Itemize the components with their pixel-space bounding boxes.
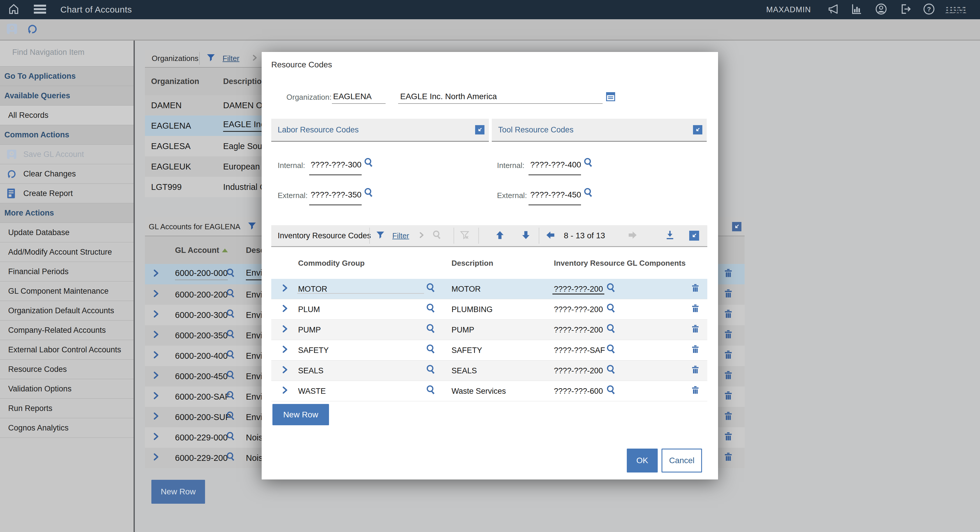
select-value-icon[interactable] xyxy=(606,282,617,295)
select-value-icon[interactable] xyxy=(426,344,437,357)
sidebar-item-resource-codes[interactable]: Resource Codes xyxy=(0,360,134,379)
clear-changes-icon[interactable] xyxy=(25,22,38,37)
sidebar-header-go-to-applications[interactable]: Go To Applications xyxy=(0,67,134,86)
sidebar-header-available-queries[interactable]: Available Queries xyxy=(0,86,134,105)
select-value-icon[interactable] xyxy=(426,323,437,336)
row-expand-icon[interactable] xyxy=(153,453,159,463)
column-header-description[interactable]: Description xyxy=(223,77,267,86)
row-expand-icon[interactable] xyxy=(153,413,159,422)
row-expand-icon[interactable] xyxy=(153,392,159,401)
delete-row-icon[interactable] xyxy=(690,304,700,315)
delete-row-icon[interactable] xyxy=(723,411,733,423)
select-value-icon[interactable] xyxy=(226,350,236,362)
select-value-icon[interactable] xyxy=(426,303,437,316)
row-expand-icon[interactable] xyxy=(282,386,288,396)
sort-ascending-icon[interactable] xyxy=(221,245,228,255)
select-value-icon[interactable] xyxy=(606,384,617,398)
row-expand-icon[interactable] xyxy=(153,311,159,320)
select-value-icon[interactable] xyxy=(226,370,236,383)
delete-row-icon[interactable] xyxy=(723,452,733,464)
select-value-icon[interactable] xyxy=(426,364,437,377)
profile-icon[interactable] xyxy=(875,3,887,16)
labor-external-value[interactable]: ????-???-350 xyxy=(310,190,361,199)
gl-new-row-button[interactable]: New Row xyxy=(151,480,205,504)
minimize-section-icon[interactable] xyxy=(693,125,702,134)
long-description-icon[interactable] xyxy=(606,92,615,102)
organizations-filter-link[interactable]: Filter xyxy=(223,54,239,63)
sidebar-item-all-records[interactable]: All Records xyxy=(0,105,134,125)
column-header-commodity-group[interactable]: Commodity Group xyxy=(298,258,364,268)
sidebar-item-external-labor-control-accounts[interactable]: External Labor Control Accounts xyxy=(0,340,134,360)
row-expand-icon[interactable] xyxy=(282,366,288,375)
download-icon[interactable] xyxy=(665,230,675,242)
inventory-row[interactable]: SEALS SEALS ????-???-200 xyxy=(271,360,707,381)
delete-row-icon[interactable] xyxy=(690,385,700,397)
delete-row-icon[interactable] xyxy=(723,350,733,362)
row-expand-icon[interactable] xyxy=(282,325,288,334)
sidebar-item-update-database[interactable]: Update Database xyxy=(0,223,134,242)
delete-row-icon[interactable] xyxy=(690,344,700,356)
search-input[interactable] xyxy=(12,48,123,57)
row-expand-icon[interactable] xyxy=(282,304,288,314)
menu-icon[interactable] xyxy=(33,4,47,16)
user-name[interactable]: MAXADMIN xyxy=(766,5,811,14)
tool-internal-value[interactable]: ????-???-400 xyxy=(530,160,581,169)
delete-row-icon[interactable] xyxy=(723,268,733,280)
select-value-icon[interactable] xyxy=(583,157,594,169)
sidebar-item-clear-changes[interactable]: Clear Changes xyxy=(0,164,134,184)
labor-internal-value[interactable]: ????-???-300 xyxy=(310,160,361,169)
select-value-icon[interactable] xyxy=(583,187,594,199)
sidebar-item-run-reports[interactable]: Run Reports xyxy=(0,399,134,418)
previous-page-icon[interactable] xyxy=(545,230,555,242)
sidebar-search[interactable] xyxy=(0,41,134,67)
delete-row-icon[interactable] xyxy=(723,391,733,403)
minimize-section-icon[interactable] xyxy=(689,231,699,241)
select-value-icon[interactable] xyxy=(226,309,236,322)
move-row-down-icon[interactable] xyxy=(520,230,531,242)
organization-description-value[interactable]: EAGLE Inc. North America xyxy=(400,92,497,101)
select-value-icon[interactable] xyxy=(606,364,617,377)
select-value-icon[interactable] xyxy=(606,323,617,336)
select-value-icon[interactable] xyxy=(226,390,236,403)
sidebar-item-cognos-analytics[interactable]: Cognos Analytics xyxy=(0,418,134,438)
delete-row-icon[interactable] xyxy=(690,365,700,376)
select-value-icon[interactable] xyxy=(226,268,236,280)
select-value-icon[interactable] xyxy=(606,344,617,357)
logout-icon[interactable] xyxy=(899,3,912,16)
delete-row-icon[interactable] xyxy=(723,370,733,382)
select-value-icon[interactable] xyxy=(226,288,236,301)
tool-external-value[interactable]: ????-???-450 xyxy=(530,190,581,199)
select-value-icon[interactable] xyxy=(363,157,374,169)
row-expand-icon[interactable] xyxy=(153,331,159,340)
reports-chart-icon[interactable] xyxy=(851,3,862,16)
delete-row-icon[interactable] xyxy=(723,309,733,321)
sidebar-item-add-modify-account-structure[interactable]: Add/Modify Account Structure xyxy=(0,242,134,262)
inventory-row[interactable]: PLUM PLUMBING ????-???-200 xyxy=(271,299,707,320)
sidebar-item-company-related-accounts[interactable]: Company-Related Accounts xyxy=(0,320,134,340)
row-expand-icon[interactable] xyxy=(153,269,159,279)
expand-filter-chevron-icon[interactable] xyxy=(419,232,425,240)
row-expand-icon[interactable] xyxy=(153,351,159,361)
announcements-icon[interactable] xyxy=(827,3,839,16)
select-value-icon[interactable] xyxy=(426,282,437,295)
inventory-row[interactable]: WASTE Waste Services ????-???-600 xyxy=(271,381,707,401)
row-expand-icon[interactable] xyxy=(282,345,288,355)
column-header-inventory-resource-gl-components[interactable]: Inventory Resource GL Components xyxy=(554,258,686,268)
sidebar-item-organization-default-accounts[interactable]: Organization Default Accounts xyxy=(0,301,134,320)
filter-icon[interactable] xyxy=(375,231,385,241)
minimize-section-icon[interactable] xyxy=(732,222,741,231)
filter-icon[interactable] xyxy=(247,221,257,232)
sidebar-header-more-actions[interactable]: More Actions xyxy=(0,203,134,223)
sidebar-item-financial-periods[interactable]: Financial Periods xyxy=(0,262,134,282)
delete-row-icon[interactable] xyxy=(723,289,733,301)
cancel-button[interactable]: Cancel xyxy=(662,449,702,473)
inventory-filter-link[interactable]: Filter xyxy=(392,231,409,241)
sidebar-item-validation-options[interactable]: Validation Options xyxy=(0,379,134,399)
sidebar-header-common-actions[interactable]: Common Actions xyxy=(0,125,134,145)
delete-row-icon[interactable] xyxy=(690,324,700,335)
select-value-icon[interactable] xyxy=(226,411,236,424)
expand-chevron-icon[interactable] xyxy=(252,54,258,62)
filter-icon[interactable] xyxy=(206,53,216,63)
delete-row-icon[interactable] xyxy=(723,432,733,444)
select-value-icon[interactable] xyxy=(363,187,374,199)
